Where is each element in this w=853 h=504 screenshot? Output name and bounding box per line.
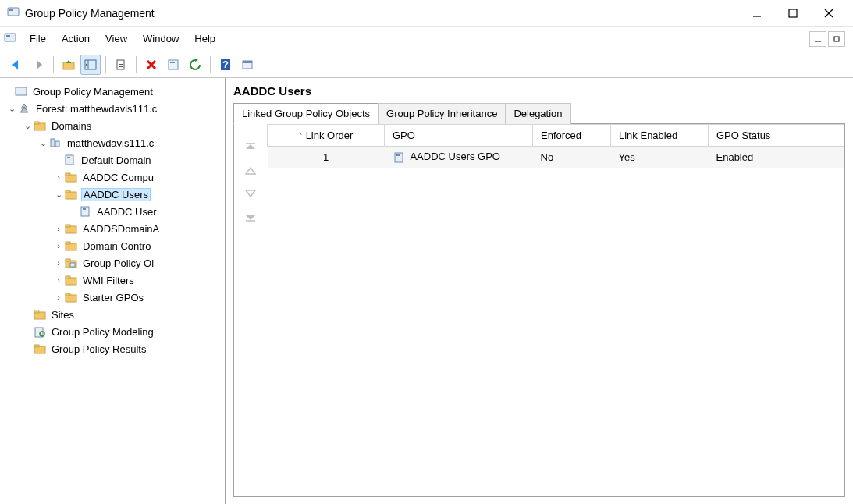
tree-label: AADDC Compu [81,172,155,183]
up-button[interactable] [59,55,79,75]
col-link-order[interactable]: ˄Link Order [268,125,385,147]
svg-text:?: ? [222,59,229,70]
tab-delegation[interactable]: Delegation [505,103,570,124]
svg-rect-38 [83,208,86,210]
tree-label: Starter GPOs [81,292,145,303]
svg-rect-6 [5,34,16,41]
results-icon [33,343,47,355]
svg-rect-29 [51,139,55,147]
show-hide-tree-button[interactable] [80,55,101,75]
mdi-restore-button[interactable] [828,31,845,47]
svg-rect-34 [66,173,70,176]
tree-forest[interactable]: ⌄ Forest: matthewdavis111.c [0,100,225,117]
ou-icon [64,188,78,201]
expand-icon[interactable]: › [53,172,64,182]
mdi-minimize-button[interactable] [809,31,826,47]
expand-icon[interactable]: › [53,258,64,268]
menu-help[interactable]: Help [187,30,223,48]
cell-link-enabled: Yes [611,147,709,168]
svg-rect-15 [119,62,123,62]
minimize-button[interactable] [739,2,775,25]
forward-button[interactable] [28,55,48,75]
ou-icon [64,222,78,235]
back-button[interactable] [6,55,27,75]
tree-domain[interactable]: ⌄ matthewdavis111.c [0,134,225,151]
move-top-button[interactable] [243,143,258,156]
tree-gp-results[interactable]: Group Policy Results [0,340,225,357]
starter-gpo-icon [64,291,78,303]
svg-rect-59 [396,154,400,156]
svg-rect-20 [169,60,178,69]
collapse-icon[interactable]: ⌄ [6,104,17,114]
svg-rect-9 [834,37,839,41]
detail-pane: AADDC Users Linked Group Policy Objects … [226,78,853,504]
mmc-icon [3,30,17,47]
menu-action[interactable]: Action [54,30,98,48]
move-bottom-button[interactable] [243,211,258,224]
tree-sites[interactable]: Sites [0,306,225,323]
menu-file[interactable]: File [22,30,54,48]
svg-rect-42 [66,242,70,244]
collapse-icon[interactable]: ⌄ [53,190,64,200]
modeling-icon [33,325,47,338]
title-bar: Group Policy Management [0,0,853,27]
menu-window[interactable]: Window [135,30,187,48]
move-down-button[interactable] [243,188,258,201]
tree-domains[interactable]: ⌄ Domains [0,117,225,134]
tree-label: WMI Filters [81,275,136,286]
svg-rect-49 [66,293,70,296]
copy-button[interactable] [111,55,131,75]
table-row[interactable]: 1 AADDC Users GPO No Yes Enabled [268,147,844,168]
expand-icon[interactable]: › [53,275,64,285]
detail-title: AADDC Users [233,84,845,98]
svg-rect-47 [66,276,70,279]
svg-rect-44 [66,259,70,261]
expand-icon[interactable]: › [53,241,64,250]
domain-icon [48,137,62,149]
tree-domain-controllers[interactable]: › Domain Contro [0,237,225,254]
gpo-link-icon [62,154,76,166]
tab-inheritance[interactable]: Group Policy Inheritance [378,103,506,124]
linked-gpo-table[interactable]: ˄Link Order GPO Enforced Link Enabled GP… [267,124,844,168]
tree-aadds-domain[interactable]: › AADDSDomainA [0,220,225,237]
tree-label: Forest: matthewdavis111.c [34,103,158,115]
window-title: Group Policy Management [25,7,155,20]
tree-group-policy-objects[interactable]: › Group Policy Ol [0,254,225,272]
console-tree[interactable]: Group Policy Management ⌄ Forest: matthe… [0,78,226,504]
tree-aaddc-computers[interactable]: › AADDC Compu [0,169,225,186]
close-button[interactable] [811,2,847,25]
refresh-button[interactable] [185,55,205,75]
tree-label: Group Policy Ol [81,257,155,269]
col-enforced[interactable]: Enforced [533,125,611,147]
gpo-link-icon [78,205,92,218]
tree-default-domain-policy[interactable]: Default Domain [0,151,225,169]
tab-strip: Linked Group Policy Objects Group Policy… [233,102,845,124]
tree-aaddc-users-gpo[interactable]: AADDC User [0,203,225,220]
tab-linked-gpos[interactable]: Linked Group Policy Objects [233,103,379,124]
tree-starter-gpos[interactable]: › Starter GPOs [0,289,225,306]
move-up-button[interactable] [243,165,258,179]
col-gpo[interactable]: GPO [385,125,533,147]
help-button[interactable]: ? [215,55,236,75]
app-icon [6,5,20,21]
col-gpo-status[interactable]: GPO Status [709,125,844,147]
svg-rect-31 [66,155,73,165]
delete-button[interactable] [141,55,162,75]
tree-wmi-filters[interactable]: › WMI Filters [0,272,225,289]
tree-gp-modeling[interactable]: Group Policy Modeling [0,323,225,340]
properties-button[interactable] [163,55,183,75]
tree-root[interactable]: Group Policy Management [0,83,225,100]
collapse-icon[interactable]: ⌄ [22,121,33,131]
col-link-enabled[interactable]: Link Enabled [611,125,709,147]
expand-icon[interactable]: › [53,224,64,233]
svg-rect-25 [243,61,252,63]
svg-rect-40 [66,225,70,227]
maximize-button[interactable] [775,2,811,25]
tree-label: Sites [50,309,76,321]
tree-label: Default Domain [80,154,153,166]
collapse-icon[interactable]: ⌄ [37,138,48,148]
expand-icon[interactable]: › [53,293,64,302]
tree-aaddc-users[interactable]: ⌄ AADDC Users [0,186,225,203]
new-window-button[interactable] [237,55,258,75]
menu-view[interactable]: View [98,30,135,48]
